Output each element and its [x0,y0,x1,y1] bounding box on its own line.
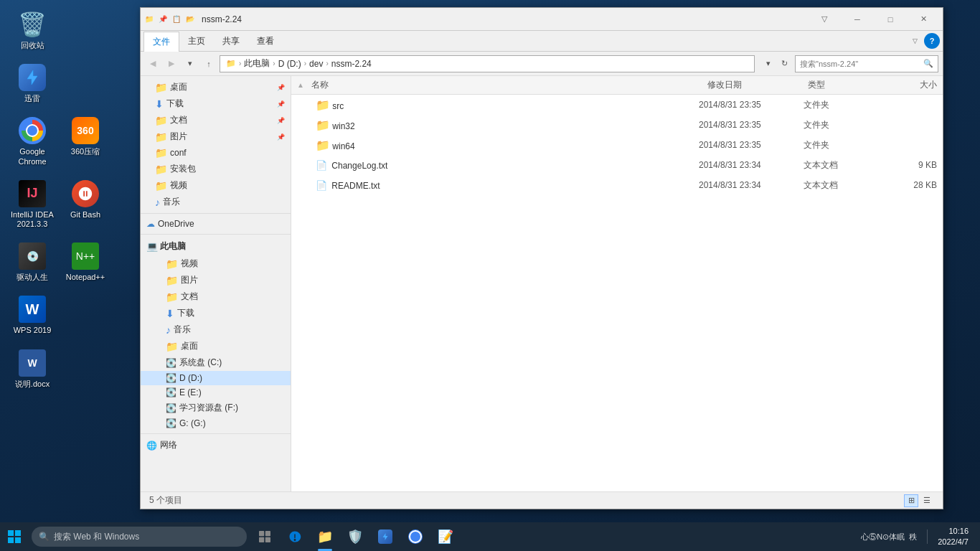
file-name-readme: 📄 README.txt [316,180,694,191]
taskbar-thunder-btn[interactable] [370,522,400,551]
taskbar-security-btn[interactable]: 🛡️ [340,522,370,551]
sidebar-item-drive-c[interactable]: 💽 系统盘 (C:) [141,354,291,371]
sidebar-item-drive-e[interactable]: 💽 E (E:) [141,385,291,400]
desktop-icon-docx[interactable]: W 说明.docx [7,346,57,392]
sidebar-label-c: 系统盘 (C:) [179,357,222,369]
col-header-size[interactable]: 大小 [880,79,937,91]
path-seg-nssm[interactable]: nssm-2.24 [331,59,372,69]
desktop-icon-idea[interactable]: IJ IntelliJ IDEA2021.3.3 [7,176,57,232]
sidebar-item-thispc[interactable]: 💻 此电脑 [141,237,291,255]
clock-time: 10:16 [938,526,969,537]
sidebar-item-pc-pics[interactable]: 📁 图片 [141,272,291,288]
sidebar-item-conf[interactable]: 📁 conf [141,145,291,161]
address-path[interactable]: 📁 › 此电脑 › D (D:) › dev › nssm-2.24 [220,55,755,72]
desktop-icon-drive[interactable]: 💿 驱动人生 [7,239,57,285]
desktop-icon-git[interactable]: Git Bash [60,176,110,232]
sidebar-item-onedrive[interactable]: ☁ OneDrive [141,217,291,231]
sidebar-item-pc-desktop[interactable]: 📁 桌面 [141,338,291,354]
path-seg-dev[interactable]: dev [309,59,323,69]
sidebar-label-pcdoc: 文档 [181,291,198,303]
sidebar-item-drive-d[interactable]: 💽 D (D:) [141,371,291,385]
file-row-win32[interactable]: 📁 win32 2014/8/31 23:35 文件夹 [291,115,943,135]
close-button[interactable]: ✕ [907,8,940,31]
pin-icon-docs: 📌 [277,117,285,124]
search-input[interactable] [800,60,920,68]
sidebar-label-download: 下载 [166,98,184,110]
file-row-changelog[interactable]: 📄 ChangeLog.txt 2014/8/31 23:34 文本文档 9 K… [291,155,943,175]
taskbar-edge-btn[interactable] [280,522,310,551]
desktop-icon-notepad[interactable]: N++ Notepad++ [60,239,110,285]
taskbar-notes-btn[interactable]: 📝 [430,522,461,551]
maximize-button[interactable]: □ [874,8,907,31]
col-header-type[interactable]: 类型 [808,79,880,91]
search-box[interactable]: 🔍 [795,55,938,72]
view-btn-grid[interactable]: ⊞ [904,494,918,507]
path-sep-4: › [326,60,328,67]
drive-icon-g: 💽 [166,418,176,428]
svg-rect-8 [265,537,270,542]
sidebar-item-pc-docs[interactable]: 📁 文档 [141,288,291,305]
desktop-icon-label-thunder: 迅雷 [24,94,40,103]
sidebar-item-pkg[interactable]: 📁 安装包 [141,161,291,177]
path-dropdown-btn[interactable]: ▾ [760,56,776,72]
file-row-win64[interactable]: 📁 win64 2014/8/31 23:35 文件夹 [291,135,943,155]
desktop-icon-recycle[interactable]: 🗑️ 回收站 [7,7,57,53]
up-button[interactable]: ↑ [201,56,217,72]
svg-marker-9 [383,533,388,540]
sidebar-item-download[interactable]: ⬇ 下载 📌 [141,95,291,112]
sidebar-item-drive-g[interactable]: 💽 G: (G:) [141,416,291,430]
desktop-icon-wps[interactable]: W WPS 2019 [7,292,57,338]
col-header-name[interactable]: 名称 [311,79,707,91]
dropdown-history-btn[interactable]: ▾ [182,56,198,72]
help-button[interactable]: ? [924,33,940,49]
sidebar-item-drive-f[interactable]: 💽 学习资源盘 (F:) [141,400,291,416]
taskbar-explorer-btn[interactable]: 📁 [310,522,340,551]
path-seg-thispc[interactable]: 此电脑 [244,57,270,70]
sidebar-item-pc-dl[interactable]: ⬇ 下载 [141,305,291,321]
start-button[interactable] [0,522,29,551]
sidebar-item-pc-music[interactable]: ♪ 音乐 [141,321,291,338]
tab-home[interactable]: 主页 [179,31,214,51]
sidebar-item-desktop[interactable]: 📁 桌面 📌 [141,79,291,95]
folder-icon-pkg: 📁 [155,164,167,175]
file-name-src: 📁 src [316,98,694,112]
security-icon: 🛡️ [347,529,363,545]
taskbar-search[interactable]: 🔍 搜索 Web 和 Windows [32,527,247,547]
back-button[interactable]: ◀ [145,56,161,72]
search-icon-taskbar: 🔍 [39,532,50,542]
col-header-date[interactable]: 修改日期 [707,79,808,91]
search-icon[interactable]: 🔍 [923,59,933,68]
tab-share[interactable]: 共享 [214,31,248,51]
sidebar-label-pcdl: 下载 [177,307,194,319]
desktop-icon-chrome[interactable]: GoogleChrome [7,113,57,169]
folder-icon-conf: 📁 [155,147,167,159]
sidebar-item-pics[interactable]: 📁 图片 📌 [141,128,291,145]
copy-icon: 📋 [171,14,182,25]
view-btn-list[interactable]: ☰ [920,494,934,507]
sidebar-item-video[interactable]: 📁 视频 [141,177,291,194]
ribbon-expand-btn[interactable]: ▽ [908,34,921,47]
taskbar-chrome-btn[interactable] [400,522,430,551]
sidebar: 📁 桌面 📌 ⬇ 下载 📌 📁 文档 📌 📁 图片 📌 [141,76,291,491]
tab-file[interactable]: 文件 [143,32,179,52]
sidebar-item-network[interactable]: 🌐 网络 [141,437,291,453]
notes-icon: 📝 [438,529,453,545]
refresh-button[interactable]: ↻ [776,56,792,72]
taskbar-view-btn[interactable] [250,522,280,551]
folder-icon-pics: 📁 [155,131,167,143]
systray-icons: 心⑤N⊙体眠 [861,532,905,542]
sidebar-item-pc-video[interactable]: 📁 视频 [141,255,291,272]
expand-col: ▲ [297,81,311,89]
expand-btn[interactable]: ▽ [808,8,841,31]
minimize-button[interactable]: ─ [841,8,874,31]
file-row-src[interactable]: 📁 src 2014/8/31 23:35 文件夹 [291,95,943,115]
system-clock[interactable]: 10:16 2022/4/7 [932,526,974,548]
forward-button[interactable]: ▶ [164,56,179,72]
path-seg-d[interactable]: D (D:) [278,59,301,69]
tab-view[interactable]: 查看 [248,31,283,51]
desktop-icon-thunder[interactable]: 迅雷 [7,60,57,106]
sidebar-item-docs[interactable]: 📁 文档 📌 [141,112,291,128]
desktop-icon-360[interactable]: 360 360压缩 [60,113,110,169]
file-row-readme[interactable]: 📄 README.txt 2014/8/31 23:34 文本文档 28 KB [291,175,943,195]
sidebar-item-music[interactable]: ♪ 音乐 [141,194,291,210]
